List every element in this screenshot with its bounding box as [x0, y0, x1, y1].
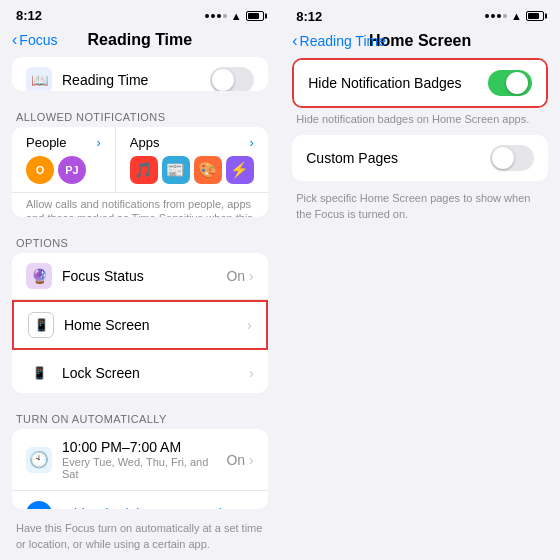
hide-badges-desc: Hide notification badges on Home Screen …	[280, 110, 560, 135]
schedule-time: 10:00 PM–7:00 AM	[62, 439, 226, 455]
options-label: OPTIONS	[0, 225, 280, 253]
back-button-left[interactable]: ‹ Focus	[12, 31, 57, 49]
bottom-description-left: Have this Focus turn on automatically at…	[0, 517, 280, 560]
hide-badges-highlight: Hide Notification Badges	[292, 58, 548, 108]
reading-time-content: Reading Time	[62, 72, 210, 88]
back-label-left: Focus	[19, 32, 57, 48]
hide-badges-row[interactable]: Hide Notification Badges	[294, 60, 546, 106]
battery-icon-right	[526, 11, 544, 21]
avatar-2: PJ	[58, 156, 86, 184]
app-icon-1: 🎵	[130, 156, 158, 184]
status-icons-left: ▲	[205, 10, 264, 22]
wifi-icon: ▲	[231, 10, 242, 22]
home-screen-chevron: ›	[247, 317, 252, 333]
time-right: 8:12	[296, 9, 322, 24]
home-screen-highlight: 📱 Home Screen ›	[12, 300, 268, 350]
add-schedule-label: Add Schedule or Automation	[60, 506, 237, 509]
reading-time-icon: 📖	[26, 67, 52, 91]
home-screen-icon: 📱	[28, 312, 54, 338]
focus-status-label: Focus Status	[62, 268, 226, 284]
home-screen-label: Home Screen	[64, 317, 247, 333]
reading-time-toggle[interactable]	[210, 67, 254, 91]
add-schedule-icon: +	[26, 501, 52, 509]
signal-icon	[205, 14, 227, 18]
reading-time-group: 📖 Reading Time	[12, 57, 268, 91]
lock-screen-label: Lock Screen	[62, 365, 249, 381]
schedule-days: Every Tue, Wed, Thu, Fri, and Sat	[62, 456, 226, 480]
lock-screen-chevron: ›	[249, 365, 254, 381]
wifi-icon-right: ▲	[511, 10, 522, 22]
turn-on-group: 🕙 10:00 PM–7:00 AM Every Tue, Wed, Thu, …	[12, 429, 268, 509]
app-icons-row: 🎵 📰 🎨 ⚡	[130, 156, 254, 184]
custom-pages-content: Custom Pages	[306, 150, 490, 166]
lock-screen-row[interactable]: 📱 Lock Screen ›	[12, 350, 268, 394]
avatar-1: O	[26, 156, 54, 184]
battery-icon	[246, 11, 264, 21]
home-screen-right: ›	[247, 317, 252, 333]
left-panel: 8:12 ▲ ‹ Focus Reading Time 📖 Reading Ti…	[0, 0, 280, 560]
signal-icon-right	[485, 14, 507, 18]
apps-link[interactable]: ›	[249, 135, 253, 150]
hide-badges-toggle[interactable]	[488, 70, 532, 96]
custom-pages-toggle[interactable]	[490, 145, 534, 171]
apps-row[interactable]: Apps › 🎵 📰 🎨 ⚡	[116, 127, 268, 192]
nav-bar-left: ‹ Focus Reading Time	[0, 27, 280, 57]
schedule-value: On	[226, 452, 245, 468]
lock-screen-content: Lock Screen	[62, 365, 249, 381]
schedule-content: 10:00 PM–7:00 AM Every Tue, Wed, Thu, Fr…	[62, 439, 226, 480]
back-chevron-icon-right: ‹	[292, 32, 297, 50]
focus-status-row[interactable]: 🔮 Focus Status On ›	[12, 253, 268, 300]
time-left: 8:12	[16, 8, 42, 23]
people-row[interactable]: People › O PJ	[12, 127, 116, 192]
lock-screen-right: ›	[249, 365, 254, 381]
focus-status-content: Focus Status	[62, 268, 226, 284]
status-icons-right: ▲	[485, 10, 544, 22]
reading-time-label: Reading Time	[62, 72, 210, 88]
back-button-right[interactable]: ‹ Reading Time	[292, 32, 386, 50]
allowed-desc: Allow calls and notifications from peopl…	[12, 193, 268, 217]
apps-label: Apps	[130, 135, 160, 150]
schedule-chevron: ›	[249, 452, 254, 468]
hide-badges-content: Hide Notification Badges	[308, 75, 488, 91]
app-icon-3: 🎨	[194, 156, 222, 184]
schedule-right: On ›	[226, 452, 253, 468]
nav-bar-right: ‹ Reading Time Home Screen	[280, 28, 560, 58]
home-screen-row[interactable]: 📱 Home Screen ›	[14, 302, 266, 348]
back-chevron-icon: ‹	[12, 31, 17, 49]
custom-pages-desc: Pick specific Home Screen pages to show …	[280, 189, 560, 230]
home-screen-content: Home Screen	[64, 317, 247, 333]
people-label: People	[26, 135, 66, 150]
custom-pages-row[interactable]: Custom Pages	[292, 135, 548, 181]
people-link[interactable]: ›	[96, 135, 100, 150]
status-bar-left: 8:12 ▲	[0, 0, 280, 27]
chevron-right-icon: ›	[249, 268, 254, 284]
page-title-left: Reading Time	[88, 31, 193, 49]
turn-on-label: TURN ON AUTOMATICALLY	[0, 401, 280, 429]
focus-status-right: On ›	[226, 268, 253, 284]
app-icon-4: ⚡	[226, 156, 254, 184]
add-schedule-row[interactable]: + Add Schedule or Automation	[12, 491, 268, 509]
schedule-icon: 🕙	[26, 447, 52, 473]
custom-pages-label: Custom Pages	[306, 150, 490, 166]
hide-badges-label: Hide Notification Badges	[308, 75, 488, 91]
right-panel: 8:12 ▲ ‹ Reading Time Home Screen Hide N…	[280, 0, 560, 560]
lock-screen-icon: 📱	[26, 360, 52, 386]
reading-time-row[interactable]: 📖 Reading Time	[12, 57, 268, 91]
focus-status-value: On	[226, 268, 245, 284]
status-bar-right: 8:12 ▲	[280, 0, 560, 28]
avatar-row: O PJ	[26, 156, 101, 184]
allowed-notifications-group: People › O PJ Apps › 🎵 📰 🎨 ⚡	[12, 127, 268, 217]
allowed-notifications-label: ALLOWED NOTIFICATIONS	[0, 99, 280, 127]
focus-status-icon: 🔮	[26, 263, 52, 289]
schedule-row[interactable]: 🕙 10:00 PM–7:00 AM Every Tue, Wed, Thu, …	[12, 429, 268, 491]
back-label-right: Reading Time	[300, 33, 386, 49]
options-group: 🔮 Focus Status On › 📱 Home Screen ›	[12, 253, 268, 394]
custom-pages-group: Custom Pages	[292, 135, 548, 181]
app-icon-2: 📰	[162, 156, 190, 184]
